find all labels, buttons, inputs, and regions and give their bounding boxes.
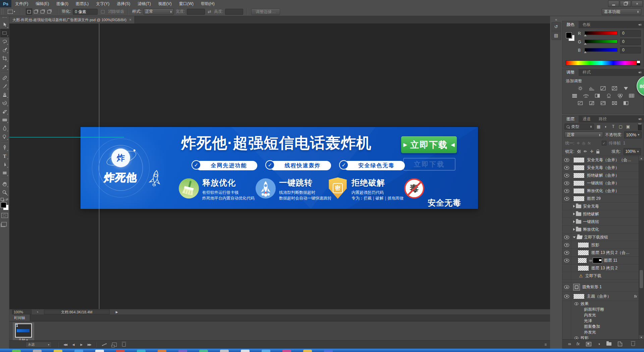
fx-badge[interactable]: fx xyxy=(634,294,637,298)
vertical-guide[interactable] xyxy=(99,24,99,309)
eye-icon[interactable] xyxy=(564,235,569,239)
layer-thumbnail[interactable] xyxy=(578,258,587,263)
delete-layer-icon[interactable] xyxy=(631,342,635,346)
eye-toggle[interactable] xyxy=(562,195,571,202)
eye-toggle-empty[interactable] xyxy=(562,226,571,233)
layer-thumbnail[interactable] xyxy=(578,250,589,256)
layer-group-row[interactable]: 一键跳转 xyxy=(562,218,639,226)
eye-icon[interactable] xyxy=(564,174,569,177)
brightness-contrast-icon[interactable] xyxy=(576,85,584,91)
new-adjustment-layer-icon[interactable]: ◑ xyxy=(598,342,600,346)
taskbar-app-hint-2[interactable] xyxy=(54,350,62,352)
antialias-checkbox[interactable] xyxy=(100,8,106,15)
expand-dock-icon[interactable]: « xyxy=(550,17,562,21)
close-button[interactable]: × xyxy=(632,1,643,7)
menu-item-3[interactable]: 图层(L) xyxy=(72,0,93,7)
menu-item-6[interactable]: 滤镜(T) xyxy=(134,0,154,7)
panel-menu-icon[interactable]: ▾≡ xyxy=(638,23,641,27)
layer-effect-row[interactable]: 光泽 xyxy=(562,318,639,324)
download-button[interactable]: ▶ 立即下载 ◀ xyxy=(401,136,457,153)
properties-panel-icon[interactable]: ▤ xyxy=(552,31,561,40)
canvas-area[interactable]: 炸 炸死他 炸死他·超强短信电话轰炸机 ▶ 立即下载 ◀ 立即下载 ✓ 全网先进… xyxy=(9,24,550,309)
threshold-icon[interactable] xyxy=(599,100,607,106)
opacity-input[interactable]: 100% ▼ xyxy=(624,131,642,138)
layer-row[interactable]: 主题（合并）fx xyxy=(562,292,639,301)
eye-icon[interactable] xyxy=(564,259,569,262)
width-input[interactable] xyxy=(187,9,205,15)
taskbar-app-hint-4[interactable] xyxy=(95,350,104,352)
eye-toggle[interactable] xyxy=(562,292,571,301)
brush-tool[interactable] xyxy=(0,82,9,90)
channel-mixer-icon[interactable] xyxy=(616,93,624,99)
selective-color-icon[interactable] xyxy=(622,100,630,106)
panel-menu-icon[interactable]: ▾≡ xyxy=(638,71,641,74)
vibrance-icon[interactable] xyxy=(622,85,630,91)
scroll-up-icon[interactable]: ▲ xyxy=(639,156,644,161)
status-options-arrow-icon[interactable]: ▶ xyxy=(116,310,118,314)
zoom-tool[interactable] xyxy=(0,188,9,196)
layer-row[interactable]: 安全无毒（合并）（合… xyxy=(562,156,639,164)
layer-row[interactable]: 图层 13 拷贝 2 xyxy=(562,264,639,272)
expand-triangle-icon[interactable] xyxy=(573,205,575,208)
foreground-color-swatch[interactable] xyxy=(566,32,572,38)
filter-on-off-switch[interactable] xyxy=(638,123,642,130)
layer-effect-row[interactable]: 图案叠加 xyxy=(562,324,639,329)
layer-effect-row[interactable]: 外发光 xyxy=(562,329,639,335)
photo-filter-icon[interactable] xyxy=(605,93,613,99)
taskbar-app-hint-7[interactable] xyxy=(158,350,166,352)
green-slider-thumb[interactable] xyxy=(584,43,587,45)
history-panel-icon[interactable]: ↺ xyxy=(552,23,561,31)
taskbar-app-hint-15[interactable] xyxy=(324,350,333,352)
feather-input[interactable]: 0 像素 xyxy=(73,9,98,15)
layer-row[interactable]: 安全无毒（合并） xyxy=(562,164,639,172)
taskbar-app-hint-3[interactable] xyxy=(74,350,83,352)
eye-toggle-empty[interactable] xyxy=(562,203,571,210)
expand-triangle-icon[interactable] xyxy=(573,220,575,223)
eye-icon[interactable] xyxy=(564,158,569,162)
layer-thumbnail[interactable] xyxy=(573,157,585,163)
eye-toggle[interactable] xyxy=(562,241,571,249)
layer-row[interactable]: 投影 xyxy=(562,241,639,249)
swap-colors-icon[interactable]: ⇄ xyxy=(5,197,8,201)
layer-row[interactable]: 图层 13 拷贝 2（合… xyxy=(562,249,639,257)
foreground-color[interactable] xyxy=(1,202,6,208)
filter-image-layers-icon[interactable]: ▦ xyxy=(596,124,601,129)
eye-toggle[interactable] xyxy=(562,179,571,187)
layer-group-row[interactable]: 释放优化 xyxy=(562,226,639,233)
layer-effect-row[interactable]: 内发光 xyxy=(562,312,639,318)
filter-type-dropdown[interactable]: 类型 ▲▼ xyxy=(565,124,594,130)
hue-saturation-icon[interactable] xyxy=(571,93,579,99)
eye-toggle[interactable] xyxy=(562,164,571,171)
horizontal-guide[interactable] xyxy=(9,137,124,137)
green-slider[interactable] xyxy=(585,40,618,44)
lock-pixels-icon[interactable]: ✏ xyxy=(584,149,587,154)
document-tab[interactable]: 大图-炸死他-超强短信电话轰炸机广告图源文件.psd @ 100%(RGB/8#… xyxy=(9,16,135,24)
menu-item-8[interactable]: 窗口(W) xyxy=(175,0,197,7)
unify-visibility-icon[interactable]: ◎ xyxy=(582,141,586,145)
eye-icon[interactable] xyxy=(564,189,569,193)
eye-icon[interactable] xyxy=(564,243,569,247)
layer-thumbnail[interactable] xyxy=(578,242,589,248)
clone-stamp-tool[interactable] xyxy=(0,90,9,99)
new-frame-icon[interactable] xyxy=(112,343,117,347)
red-value-input[interactable]: 0 xyxy=(620,30,641,37)
add-mask-icon[interactable] xyxy=(586,342,591,346)
lock-all-icon[interactable] xyxy=(596,151,599,153)
style-select[interactable]: 正常 ▲▼ xyxy=(144,8,174,15)
eye-toggle[interactable] xyxy=(562,233,571,241)
subtract-selection-button[interactable] xyxy=(39,8,46,15)
height-input[interactable] xyxy=(225,9,243,15)
layer-row[interactable]: 拒绝破解（合并） xyxy=(562,172,639,179)
eye-toggle-empty[interactable] xyxy=(562,272,571,279)
layer-effect-row[interactable]: 斜面和浮雕 xyxy=(562,307,639,312)
red-slider-thumb[interactable] xyxy=(584,34,587,36)
taskbar-app-hint-13[interactable] xyxy=(282,350,291,352)
layer-effect-row[interactable]: 效果 xyxy=(562,301,639,307)
tab-timeline[interactable]: 时间轴 xyxy=(9,314,30,321)
loop-count-dropdown[interactable]: 永远 ▾ xyxy=(25,342,52,348)
move-tool[interactable] xyxy=(0,20,9,29)
eyedropper-tool[interactable] xyxy=(0,62,9,71)
black-white-icon[interactable] xyxy=(593,93,601,99)
add-selection-button[interactable] xyxy=(33,8,39,15)
posterize-icon[interactable] xyxy=(588,100,596,106)
